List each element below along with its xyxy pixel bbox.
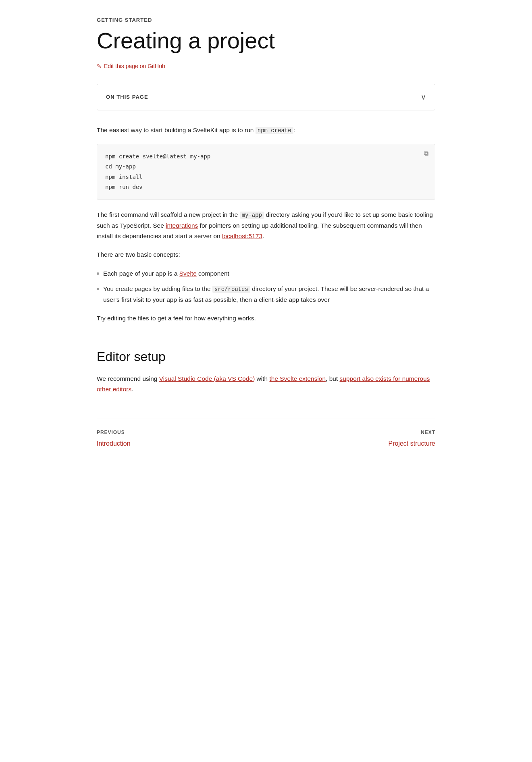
list-item: Each page of your app is a Svelte compon… (97, 268, 435, 279)
svelte-link[interactable]: Svelte (179, 270, 197, 277)
bullet-dot-1 (97, 272, 99, 275)
editor-text-mid1: with (255, 375, 269, 382)
code-block: npm create svelte@latest my-app cd my-ap… (97, 144, 435, 200)
next-link[interactable]: Project structure (389, 438, 435, 449)
vscode-link[interactable]: Visual Studio Code (aka VS Code) (159, 375, 255, 382)
bullet1-text-before: Each page of your app is a (103, 270, 179, 277)
editor-paragraph: We recommend using Visual Studio Code (a… (97, 374, 435, 395)
concepts-list: Each page of your app is a Svelte compon… (97, 268, 435, 305)
edit-link-text: Edit this page on GitHub (104, 62, 165, 71)
intro-text-before: The easiest way to start building a Svel… (97, 127, 256, 133)
bullet2-content: You create pages by adding files to the … (103, 284, 435, 305)
integrations-link[interactable]: integrations (166, 222, 198, 229)
localhost-link[interactable]: localhost:5173 (222, 233, 262, 239)
nav-previous: Previous Introduction (97, 429, 131, 448)
page-title: Creating a project (97, 28, 435, 54)
editor-text-before: We recommend using (97, 375, 159, 382)
edit-icon: ✎ (97, 62, 102, 71)
try-editing-paragraph: Try editing the files to get a feel for … (97, 313, 435, 324)
nav-footer: Previous Introduction Next Project struc… (97, 419, 435, 448)
editor-setup-heading: Editor setup (97, 343, 435, 367)
para2-text1: The first command will scaffold a new pr… (97, 211, 240, 218)
list-item: You create pages by adding files to the … (97, 284, 435, 305)
svelte-extension-link[interactable]: the Svelte extension (270, 375, 326, 382)
chevron-down-icon: ∨ (421, 91, 426, 103)
inline-code-npm-create: npm create (256, 127, 293, 134)
copy-button[interactable]: ⧉ (423, 149, 429, 158)
intro-text-after: : (293, 127, 295, 133)
edit-github-link[interactable]: ✎ Edit this page on GitHub (97, 62, 165, 71)
bullet-dot-2 (97, 288, 99, 290)
para2-text4: . (262, 233, 264, 239)
inline-code-src-routes: src/routes (212, 286, 250, 293)
on-this-page-label: On This Page (106, 93, 148, 102)
paragraph-scaffold: The first command will scaffold a new pr… (97, 210, 435, 241)
bullet2-text-before: You create pages by adding files to the (103, 285, 212, 292)
prev-link[interactable]: Introduction (97, 438, 131, 449)
bullet1-text-after: component (197, 270, 229, 277)
nav-next: Next Project structure (389, 429, 435, 448)
bullet1-content: Each page of your app is a Svelte compon… (103, 268, 229, 279)
on-this-page-section[interactable]: On This Page ∨ (97, 84, 435, 111)
editor-text-mid2: , but (326, 375, 339, 382)
intro-paragraph: The easiest way to start building a Svel… (97, 125, 435, 136)
editor-text-after: . (131, 386, 133, 392)
inline-code-myapp: my-app (240, 212, 264, 219)
code-content: npm create svelte@latest my-app cd my-ap… (105, 152, 427, 192)
concepts-intro: There are two basic concepts: (97, 249, 435, 260)
section-label: Getting Started (97, 16, 435, 25)
prev-label: Previous (97, 429, 131, 436)
next-label: Next (389, 429, 435, 436)
